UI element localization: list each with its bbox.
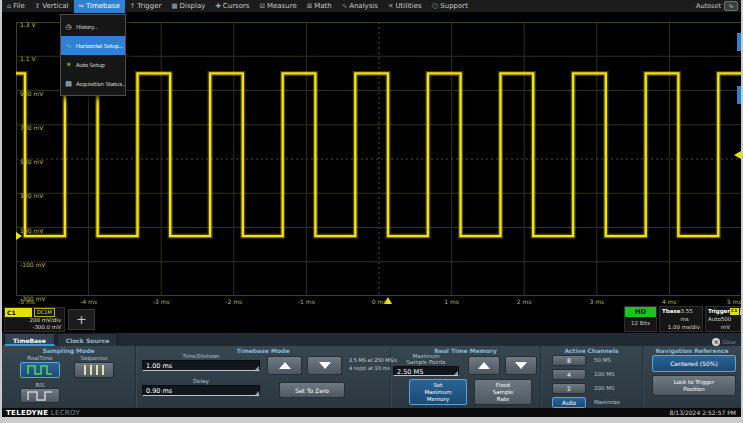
menu-display[interactable]: ▦Display: [166, 0, 210, 13]
down-arrow-icon: [319, 362, 331, 369]
time-division-decrease-button[interactable]: [307, 356, 342, 375]
menu-measure-label: Measure: [267, 2, 297, 10]
menu-cursors-label: Cursors: [223, 2, 250, 10]
y-axis-label: 500 mV: [20, 158, 43, 165]
timebase-icon: ↔: [79, 2, 84, 10]
sequence-button[interactable]: [74, 362, 114, 378]
x-axis-label: -3 ms: [153, 298, 170, 305]
menu-item-acquisition-status[interactable]: ▤Acquisition Status...: [61, 74, 125, 93]
menu-item-history[interactable]: ◷History...: [61, 17, 125, 36]
ris-button[interactable]: [20, 388, 60, 403]
delay-field[interactable]: 0.90 ms: [142, 385, 260, 396]
autoset-label: Autoset: [696, 2, 721, 10]
channels-2-button[interactable]: 2: [552, 383, 586, 394]
menu-support[interactable]: ⓘSupport: [427, 0, 473, 13]
fixed-sample-rate-button[interactable]: Fixed Sample Rate: [474, 379, 532, 405]
analysis-icon: ∿: [342, 2, 347, 10]
timebase-desc-label: Tbase: [662, 307, 680, 323]
set-maximum-memory-button[interactable]: Set Maximum Memory: [409, 379, 467, 405]
channels-4-button[interactable]: 4: [552, 369, 586, 380]
max-sample-points-label: Maximum Sample Points: [392, 353, 460, 365]
memory-decrease-button[interactable]: [505, 356, 537, 375]
lock-to-trigger-button[interactable]: Lock to Trigger Position: [652, 375, 736, 396]
centered-button[interactable]: Centered (50%): [652, 355, 736, 372]
menu-utilities-label: Utilities: [395, 2, 421, 10]
memory-increase-button[interactable]: [468, 356, 500, 375]
acquisition-status-doc-icon: ▤: [64, 80, 73, 88]
trigger-icon: ↑: [130, 2, 135, 10]
section-divider: [135, 346, 137, 408]
channel-offset-marker[interactable]: [16, 232, 22, 240]
active-channels-header: Active Channels: [541, 347, 642, 354]
menu-item-auto-setup[interactable]: ✶Auto Setup: [61, 55, 125, 74]
menu-timebase-label: Timebase: [86, 2, 120, 10]
time-division-field[interactable]: 1.00 ms: [142, 360, 260, 371]
menu-file[interactable]: ⌂File: [2, 0, 30, 13]
timebase-descriptor[interactable]: Tbase3.55 ms 1.00 ms/div 2.5 MS250 MS/s: [659, 306, 703, 332]
menu-trigger[interactable]: ↑Trigger: [125, 0, 167, 13]
menu-analysis[interactable]: ∿Analysis: [337, 0, 383, 13]
menu-item-auto-setup-label: Auto Setup: [76, 62, 105, 68]
trigger-source-badge: C1: [730, 308, 738, 315]
menu-timebase[interactable]: ↔Timebase: [74, 0, 125, 13]
y-axis-label: 900 mV: [20, 89, 43, 96]
add-trace-button[interactable]: +: [68, 309, 95, 330]
menu-item-horizontal-setup[interactable]: ∿Horizontal Setup...: [61, 36, 125, 55]
trigger-level-marker[interactable]: [734, 151, 741, 159]
math-icon: ⊞: [307, 2, 312, 10]
field-fold-icon: [255, 391, 259, 395]
x-axis-label: -2 ms: [225, 298, 242, 305]
time-division-label: Time/Division: [142, 353, 260, 359]
utilities-icon: ✕: [388, 2, 393, 10]
datetime: 8/13/2024 2:52:57 PM: [669, 409, 741, 416]
tab-timebase[interactable]: TimeBase: [4, 333, 55, 346]
channels-8-button[interactable]: 8: [552, 355, 586, 366]
menu-vertical[interactable]: ↕Vertical: [30, 0, 74, 13]
file-icon: ⌂: [7, 2, 11, 10]
ris-waveform-icon: [27, 391, 53, 401]
x-axis-label: 0 ms: [372, 298, 387, 305]
y-axis-label: 1.1 V: [20, 55, 36, 62]
dialog-close-button[interactable]: × Close: [712, 338, 741, 346]
autoset-button[interactable]: ∿: [724, 1, 738, 11]
channels-4-label: 100 MS: [594, 371, 638, 377]
channels-auto-button[interactable]: Auto: [552, 397, 586, 408]
trigger-descriptor[interactable]: TriggerC1DC Auto500 mV EdgePositive: [705, 306, 741, 332]
realtime-waveform-icon: [27, 365, 53, 375]
menu-cursors[interactable]: ✚Cursors: [210, 0, 254, 13]
dialog-tab-bar: TimeBase Clock Source × Close: [2, 333, 741, 346]
x-axis-label: 5 ms: [727, 298, 741, 305]
time-division-increase-button[interactable]: [267, 356, 302, 375]
menu-file-label: File: [13, 2, 25, 10]
menu-item-acquisition-status-label: Acquisition Status...: [76, 81, 125, 87]
menu-utilities[interactable]: ✕Utilities: [383, 0, 427, 13]
realtime-button[interactable]: [20, 362, 60, 378]
max-sample-points-field[interactable]: 2.50 MS: [393, 366, 459, 376]
x-axis-label: 1 ms: [444, 298, 459, 305]
y-axis-label: -100 mV: [20, 260, 45, 267]
menu-analysis-label: Analysis: [349, 2, 378, 10]
channel-scale: 200 mV/div: [5, 317, 64, 324]
sequence-label: Sequence: [74, 355, 114, 361]
brand-logo: TELEDYNE LECROY: [2, 409, 80, 417]
sampling-info-line2: 4 ns/pt at 10 ms: [349, 365, 390, 372]
hd-mode-descriptor[interactable]: HD 12 Bits: [624, 306, 657, 332]
tab-clock-source[interactable]: Clock Source: [57, 333, 119, 346]
measure-icon: ⊟: [260, 2, 265, 10]
hd-bits: 12 Bits: [625, 317, 656, 330]
trigger-level: 500 mV: [721, 315, 738, 331]
channel-name-tag: C1: [5, 308, 32, 317]
x-axis-label: 2 ms: [517, 298, 532, 305]
display-icon: ▦: [171, 2, 177, 10]
channel-offset: -300.0 mV: [5, 324, 64, 331]
menu-math[interactable]: ⊞Math: [302, 0, 337, 13]
channel-descriptor-c1[interactable]: C1 DC1M 200 mV/div -300.0 mV: [4, 307, 65, 332]
set-to-zero-button[interactable]: Set To Zero: [279, 382, 345, 398]
brand-teledyne: TELEDYNE: [6, 409, 48, 417]
menu-display-label: Display: [180, 2, 206, 10]
timebase-per-div: 1.00 ms/div: [668, 323, 700, 331]
trigger-desc-label: Trigger: [708, 307, 730, 315]
menu-measure[interactable]: ⊟Measure: [255, 0, 302, 13]
field-fold-icon: [255, 366, 259, 370]
hd-label: HD: [625, 307, 656, 317]
